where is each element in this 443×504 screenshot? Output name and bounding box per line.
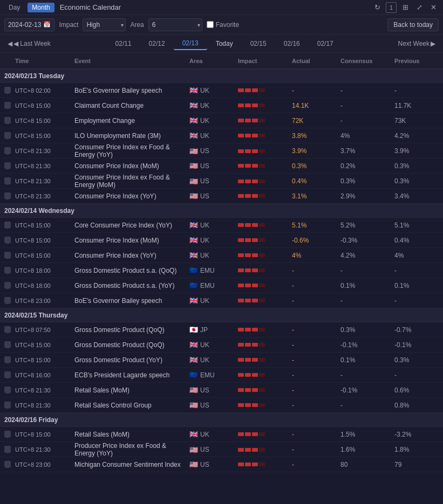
impact-bar-3 xyxy=(252,388,258,392)
table-row[interactable]: UTC+8 16:00ECB's President Lagarde speec… xyxy=(0,368,443,383)
table-row[interactable]: UTC+8 18:00Gross Domestic Product s.a. (… xyxy=(0,263,443,278)
nav-date-0212[interactable]: 02/12 xyxy=(140,38,174,50)
cell-area: 🇬🇧UK xyxy=(187,101,236,109)
impact-bar-3 xyxy=(252,164,258,168)
area-select-wrapper: 6 xyxy=(148,18,202,31)
table-row[interactable]: UTC+8 21:30Retail Sales (MoM)🇺🇸US --0.1%… xyxy=(0,383,443,398)
impact-bar-2 xyxy=(245,403,251,407)
cell-impact xyxy=(236,194,290,198)
cell-actual: - xyxy=(290,341,338,349)
impact-bar-3 xyxy=(252,149,258,153)
table-row[interactable]: UTC+8 21:30Consumer Price Index ex Food … xyxy=(0,174,443,189)
nav-date-0215[interactable]: 02/15 xyxy=(242,38,275,50)
cell-consensus: 4.2% xyxy=(338,252,392,259)
cell-event: BoE's Governor Bailey speech xyxy=(72,87,187,94)
layout-icon[interactable]: ⊞ xyxy=(400,2,411,13)
table-row[interactable]: UTC+8 15:00Retail Sales (MoM)🇬🇧UK -1.5%-… xyxy=(0,427,443,442)
cell-consensus: - xyxy=(338,297,392,305)
cell-consensus: -0.3% xyxy=(338,237,392,244)
table-row[interactable]: UTC+8 18:00Gross Domestic Product s.a. (… xyxy=(0,278,443,293)
section-header-1: 2024/02/14 Wednesday xyxy=(0,204,443,218)
impact-bar-1 xyxy=(238,179,244,183)
row-bookmark-icon xyxy=(2,237,13,244)
cell-impact xyxy=(236,238,290,242)
cell-consensus: - xyxy=(338,87,392,94)
nav-date-0213[interactable]: 02/13 xyxy=(174,37,207,50)
impact-bars xyxy=(238,223,288,227)
table-row[interactable]: UTC+8 21:30Retail Sales Control Group🇺🇸U… xyxy=(0,398,443,413)
table-row[interactable]: UTC+8 15:00ILO Unemployment Rate (3M)🇬🇧U… xyxy=(0,128,443,143)
nav-date-0211[interactable]: 02/11 xyxy=(107,38,140,50)
table-row[interactable]: UTC+8 15:00Gross Domestic Product (YoY)🇬… xyxy=(0,353,443,368)
cell-previous: 3.4% xyxy=(392,192,441,200)
impact-bars xyxy=(238,134,288,137)
cell-event: Core Consumer Price Index (YoY) xyxy=(72,222,187,229)
tab-day[interactable]: Day xyxy=(4,3,24,12)
section-header-0: 2024/02/13 Tuesday xyxy=(0,69,443,83)
next-week-button[interactable]: Next Week ▶ xyxy=(395,38,439,50)
row-bookmark-icon xyxy=(2,177,13,185)
cell-time: UTC+8 15:00 xyxy=(13,342,72,348)
cell-consensus: 0.1% xyxy=(338,356,392,364)
table-row[interactable]: UTC+8 15:00Consumer Price Index (MoM)🇬🇧U… xyxy=(0,233,443,248)
table-row[interactable]: UTC+8 21:30Consumer Price Index (YoY)🇺🇸U… xyxy=(0,189,443,204)
cell-previous: -3.2% xyxy=(392,431,441,438)
table-row[interactable]: UTC+8 07:50Gross Domestic Product (QoQ)🇯… xyxy=(0,322,443,337)
impact-bar-3 xyxy=(252,284,258,287)
impact-bar-1 xyxy=(238,223,244,227)
cell-impact xyxy=(236,343,290,347)
cell-actual: 14.1K xyxy=(290,102,338,109)
cell-previous: - xyxy=(392,87,441,94)
table-row[interactable]: UTC+8 23:00BoE's Governor Bailey speech🇬… xyxy=(0,293,443,308)
prev-week-button[interactable]: ◀ ◀ Last Week xyxy=(4,38,54,50)
cell-actual: - xyxy=(290,371,338,379)
table-row[interactable]: UTC+8 15:00Employment Change🇬🇧UK 72K-73K xyxy=(0,113,443,128)
impact-bar-2 xyxy=(245,328,251,332)
area-select[interactable]: 6 xyxy=(148,18,202,31)
nav-date-0217[interactable]: 02/17 xyxy=(309,38,342,50)
tab-month[interactable]: Month xyxy=(28,3,54,12)
date-input[interactable]: 2024-02-13 📅 xyxy=(4,18,54,31)
impact-bar-3 xyxy=(252,462,258,466)
flag-icon: 🇺🇸 xyxy=(189,177,198,185)
favorite-checkbox-group[interactable]: Favorite xyxy=(207,21,239,29)
impact-select[interactable]: High Medium Low xyxy=(83,18,126,31)
area-name: US xyxy=(200,147,209,155)
table-row[interactable]: UTC+8 15:00Consumer Price Index (YoY)🇬🇧U… xyxy=(0,248,443,263)
table-row[interactable]: UTC+8 21:30Consumer Price Index (MoM)🇺🇸U… xyxy=(0,158,443,174)
flag-icon: 🇬🇧 xyxy=(189,341,198,349)
cell-impact xyxy=(236,299,290,302)
nav-date-today[interactable]: Today xyxy=(207,38,242,50)
table-row[interactable]: UTC+8 21:30Consumer Price Index ex Food … xyxy=(0,143,443,158)
impact-bar-3 xyxy=(252,103,258,107)
resize-icon[interactable]: ⤢ xyxy=(414,2,425,13)
refresh-icon[interactable]: ↻ xyxy=(372,2,383,13)
row-bookmark-icon xyxy=(2,297,13,305)
row-bookmark-icon xyxy=(2,102,13,109)
impact-bar-2 xyxy=(245,432,251,436)
cell-actual: - xyxy=(290,461,338,468)
impact-bar-3 xyxy=(252,373,258,377)
table-row[interactable]: UTC+8 15:00Core Consumer Price Index (Yo… xyxy=(0,218,443,233)
favorite-checkbox[interactable] xyxy=(207,21,214,28)
cell-previous: -0.1% xyxy=(392,341,441,349)
table-row[interactable]: UTC+8 23:00Michigan Consumer Sentiment I… xyxy=(0,457,443,472)
impact-bars xyxy=(238,448,288,452)
table-row[interactable]: UTC+8 02:00BoE's Governor Bailey speech🇬… xyxy=(0,83,443,98)
nav-date-0216[interactable]: 02/16 xyxy=(275,38,309,50)
impact-bar-2 xyxy=(245,268,251,272)
flag-icon: 🇬🇧 xyxy=(189,251,198,259)
prev-week-arrow: ◀ xyxy=(8,40,12,47)
cell-impact xyxy=(236,358,290,362)
cell-previous: 0.1% xyxy=(392,282,441,289)
table-row[interactable]: UTC+8 15:00Gross Domestic Product (QoQ)🇬… xyxy=(0,337,443,353)
impact-bars xyxy=(238,103,288,107)
back-to-today-button[interactable]: Back to today xyxy=(387,18,439,31)
info-icon[interactable]: 1 xyxy=(386,2,397,13)
table-row[interactable]: UTC+8 21:30Producer Price Index ex Food … xyxy=(0,442,443,457)
flag-icon: 🇺🇸 xyxy=(189,401,198,409)
cell-time: UTC+8 15:00 xyxy=(13,237,72,244)
close-icon[interactable]: ✕ xyxy=(428,2,439,13)
cell-event: Consumer Price Index (YoY) xyxy=(72,252,187,259)
table-row[interactable]: UTC+8 15:00Claimant Count Change🇬🇧UK 14.… xyxy=(0,98,443,113)
